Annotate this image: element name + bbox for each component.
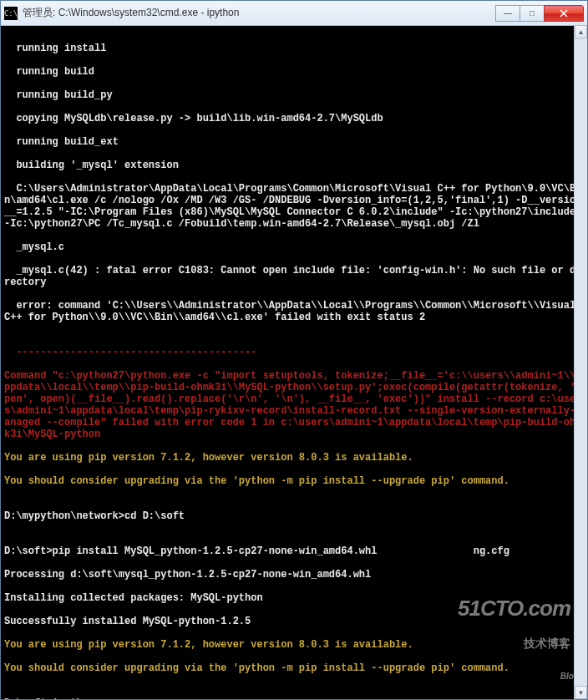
titlebar[interactable]: C:\ 管理员: C:\Windows\system32\cmd.exe - i… [1, 1, 587, 26]
window-title: 管理员: C:\Windows\system32\cmd.exe - ipyth… [23, 6, 496, 20]
maximize-button[interactable]: □ [520, 5, 545, 22]
output-line: building '_mysql' extension [4, 160, 584, 171]
prompt-line: D:\soft>pip install MySQL_python-1.2.5-c… [4, 545, 584, 557]
output-warning: You should consider upgrading via the 'p… [4, 475, 584, 487]
output-line: _mysql.c [4, 241, 584, 253]
output-line: error: command 'C:\\Users\\Administrator… [4, 300, 584, 323]
terminal-output[interactable]: running install running build running bu… [1, 26, 587, 699]
output-warning: You should consider upgrading via the 'p… [4, 662, 584, 674]
window-controls: — □ [496, 5, 584, 22]
close-button[interactable] [544, 5, 584, 22]
output-line: running build [4, 66, 584, 78]
output-line: running build_ext [4, 136, 584, 148]
prompt-line: D:\mypython\network>cd D:\soft [4, 510, 584, 522]
output-line: running build_py [4, 89, 584, 101]
output-line: running install [4, 43, 584, 54]
window: C:\ 管理员: C:\Windows\system32\cmd.exe - i… [0, 0, 588, 700]
prompt-line: D:\soft>ipython [4, 697, 584, 699]
output-line: copying MySQLdb\release.py -> build\lib.… [4, 113, 584, 124]
output-line: Successfully installed MySQL-python-1.2.… [4, 616, 584, 627]
cmd-icon: C:\ [4, 7, 18, 20]
vertical-scrollbar[interactable]: ▲ ▼ [574, 25, 587, 699]
output-line: _mysql.c(42) : fatal error C1083: Cannot… [4, 265, 584, 288]
scroll-down-button[interactable]: ▼ [575, 686, 587, 699]
watermark-brand: 51CTO.com [458, 602, 570, 614]
output-line: Installing collected packages: MySQL-pyt… [4, 592, 584, 604]
output-error: Command "c:\python27\python.exe -c "impo… [4, 370, 584, 440]
output-line: Processing d:\soft\mysql_python-1.2.5-cp… [4, 569, 584, 581]
close-icon [560, 9, 568, 18]
output-line: C:\Users\Administrator\AppData\Local\Pro… [4, 183, 584, 230]
output-separator: ---------------------------------------- [4, 347, 584, 358]
scroll-up-button[interactable]: ▲ [575, 25, 587, 38]
output-warning: You are using pip version 7.1.2, however… [4, 639, 584, 651]
output-warning: You are using pip version 7.1.2, however… [4, 452, 584, 464]
minimize-button[interactable]: — [495, 5, 520, 22]
